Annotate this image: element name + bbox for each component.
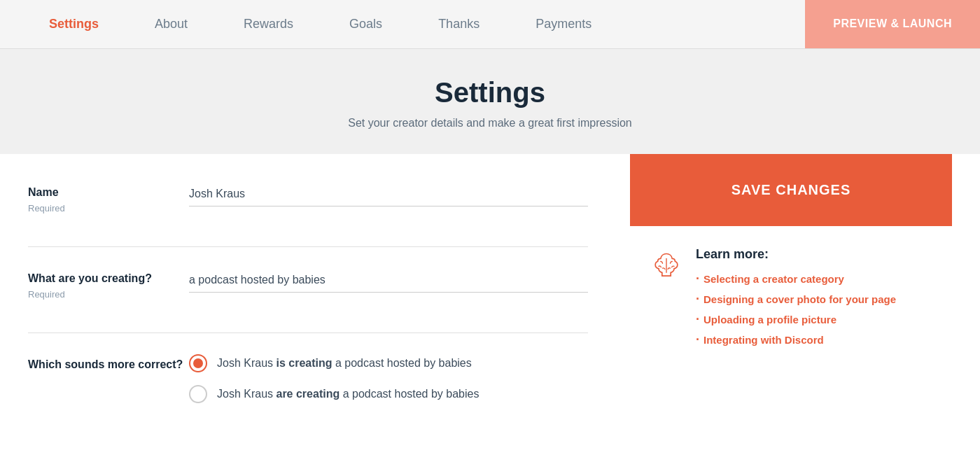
nav-item-thanks[interactable]: Thanks [410,0,507,48]
page-subtitle: Set your creator details and make a grea… [14,117,966,130]
creating-required: Required [28,289,65,300]
divider-2 [28,332,588,333]
learn-more-box: Learn more: Selecting a creator category… [630,226,952,368]
nav-item-goals[interactable]: Goals [321,0,410,48]
creating-input-col [189,268,588,293]
radio-group-col: Josh Kraus is creating a podcast hosted … [189,354,588,403]
radio-option-1[interactable]: Josh Kraus is creating a podcast hosted … [189,354,588,372]
learn-more-links: Selecting a creator category Designing a… [696,272,931,347]
correct-label-col: Which sounds more correct? [28,354,189,374]
sidebar: SAVE CHANGES Learn more: [630,154,952,462]
preview-launch-button[interactable]: PREVIEW & LAUNCH [805,0,980,48]
main-content: Name Required What are you creating? Req… [0,154,980,462]
radio-text-1: Josh Kraus is creating a podcast hosted … [217,357,472,370]
radio-group: Josh Kraus is creating a podcast hosted … [189,354,588,403]
save-changes-button[interactable]: SAVE CHANGES [630,154,952,226]
nav-item-payments[interactable]: Payments [507,0,620,48]
learn-link-item-3: Uploading a profile picture [696,312,931,327]
page-title: Settings [14,77,966,108]
name-row: Name Required [28,182,588,221]
brain-icon [651,250,682,287]
divider-1 [28,246,588,247]
name-required: Required [28,203,65,214]
name-input[interactable] [189,182,588,206]
creating-row: What are you creating? Required [28,268,588,307]
learn-link-3[interactable]: Uploading a profile picture [704,314,836,326]
learn-link-4[interactable]: Integrating with Discord [704,334,824,346]
learn-link-2[interactable]: Designing a cover photo for your page [704,293,896,305]
creating-label: What are you creating? [28,272,189,285]
learn-link-item-4: Integrating with Discord [696,332,931,347]
radio-text-2: Josh Kraus are creating a podcast hosted… [217,388,479,400]
nav-items: Settings About Rewards Goals Thanks Paym… [0,0,805,48]
correct-row: Which sounds more correct? Josh Kraus is… [28,354,588,410]
nav-item-settings[interactable]: Settings [21,0,127,48]
learn-more-title: Learn more: [696,247,931,262]
name-input-col [189,182,588,206]
nav-item-rewards[interactable]: Rewards [216,0,321,48]
radio-circle-2[interactable] [189,385,207,403]
top-navigation: Settings About Rewards Goals Thanks Paym… [0,0,980,49]
name-label-col: Name Required [28,182,189,214]
correct-label: Which sounds more correct? [28,358,189,371]
creating-input[interactable] [189,268,588,293]
radio-option-2[interactable]: Josh Kraus are creating a podcast hosted… [189,385,588,403]
learn-link-item-2: Designing a cover photo for your page [696,292,931,307]
creating-label-col: What are you creating? Required [28,268,189,300]
learn-more-content: Learn more: Selecting a creator category… [696,247,931,347]
learn-link-item-1: Selecting a creator category [696,272,931,286]
learn-link-1[interactable]: Selecting a creator category [704,273,844,285]
hero-section: Settings Set your creator details and ma… [0,49,980,154]
radio-circle-1[interactable] [189,354,207,372]
name-label: Name [28,186,189,199]
form-area: Name Required What are you creating? Req… [0,154,630,462]
nav-item-about[interactable]: About [127,0,216,48]
